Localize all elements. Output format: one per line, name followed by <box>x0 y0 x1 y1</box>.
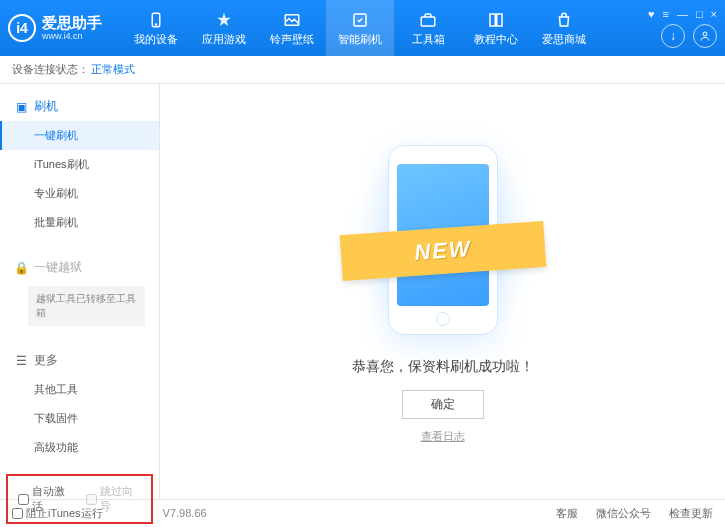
menu-icon[interactable]: ≡ <box>662 8 668 20</box>
download-button[interactable]: ↓ <box>661 24 685 48</box>
toolbox-icon <box>418 10 438 30</box>
nav-apps[interactable]: 应用游戏 <box>190 0 258 56</box>
footer-support[interactable]: 客服 <box>556 506 578 521</box>
svg-point-5 <box>703 32 707 36</box>
list-icon: ☰ <box>14 354 28 368</box>
app-header: i4 爱思助手 www.i4.cn 我的设备 应用游戏 铃声壁纸 智能刷机 工具… <box>0 0 725 56</box>
main-content: NEW 恭喜您，保资料刷机成功啦！ 确定 查看日志 <box>160 84 725 499</box>
sidebar-item-itunes[interactable]: iTunes刷机 <box>0 150 159 179</box>
success-illustration: NEW <box>363 140 523 340</box>
sidebar-item-batch[interactable]: 批量刷机 <box>0 208 159 237</box>
gift-icon[interactable]: ♥ <box>648 8 655 20</box>
ok-button[interactable]: 确定 <box>402 390 484 419</box>
sidebar-item-advanced[interactable]: 高级功能 <box>0 433 159 462</box>
sidebar-item-other[interactable]: 其他工具 <box>0 375 159 404</box>
view-log-link[interactable]: 查看日志 <box>421 429 465 444</box>
lock-icon: 🔒 <box>14 261 28 275</box>
nav-toolbox[interactable]: 工具箱 <box>394 0 462 56</box>
block-itunes-checkbox[interactable]: 阻止iTunes运行 <box>12 506 103 521</box>
jailbreak-note: 越狱工具已转移至工具箱 <box>28 286 145 326</box>
svg-point-1 <box>155 23 156 24</box>
nav-my-device[interactable]: 我的设备 <box>122 0 190 56</box>
status-value: 正常模式 <box>91 62 135 77</box>
logo: i4 爱思助手 www.i4.cn <box>8 14 102 42</box>
minimize-icon[interactable]: — <box>677 8 688 20</box>
window-controls: ♥ ≡ — □ × <box>648 8 717 20</box>
app-url: www.i4.cn <box>42 31 102 41</box>
sidebar-item-oneclick[interactable]: 一键刷机 <box>0 121 159 150</box>
nav-tutorials[interactable]: 教程中心 <box>462 0 530 56</box>
new-ribbon: NEW <box>413 236 472 266</box>
phone-icon: ▣ <box>14 100 28 114</box>
svg-rect-4 <box>421 17 435 26</box>
user-button[interactable] <box>693 24 717 48</box>
sidebar: ▣刷机 一键刷机 iTunes刷机 专业刷机 批量刷机 🔒一键越狱 越狱工具已转… <box>0 84 160 499</box>
logo-icon: i4 <box>8 14 36 42</box>
sidebar-item-download[interactable]: 下载固件 <box>0 404 159 433</box>
image-icon <box>282 10 302 30</box>
sidebar-item-pro[interactable]: 专业刷机 <box>0 179 159 208</box>
app-name: 爱思助手 <box>42 15 102 32</box>
flash-icon <box>350 10 370 30</box>
sidebar-head-more[interactable]: ☰更多 <box>0 346 159 375</box>
maximize-icon[interactable]: □ <box>696 8 703 20</box>
nav-ringtones[interactable]: 铃声壁纸 <box>258 0 326 56</box>
nav-mall[interactable]: 爱思商城 <box>530 0 598 56</box>
footer-wechat[interactable]: 微信公众号 <box>596 506 651 521</box>
shop-icon <box>554 10 574 30</box>
book-icon <box>486 10 506 30</box>
footer-update[interactable]: 检查更新 <box>669 506 713 521</box>
main-nav: 我的设备 应用游戏 铃声壁纸 智能刷机 工具箱 教程中心 爱思商城 <box>122 0 648 56</box>
success-message: 恭喜您，保资料刷机成功啦！ <box>352 358 534 376</box>
sidebar-head-flash[interactable]: ▣刷机 <box>0 92 159 121</box>
status-bar: 设备连接状态： 正常模式 <box>0 56 725 84</box>
version-label: V7.98.66 <box>163 507 207 519</box>
close-icon[interactable]: × <box>711 8 717 20</box>
nav-flash[interactable]: 智能刷机 <box>326 0 394 56</box>
status-label: 设备连接状态： <box>12 62 89 77</box>
apps-icon <box>214 10 234 30</box>
device-icon <box>146 10 166 30</box>
sidebar-head-jailbreak: 🔒一键越狱 <box>0 253 159 282</box>
